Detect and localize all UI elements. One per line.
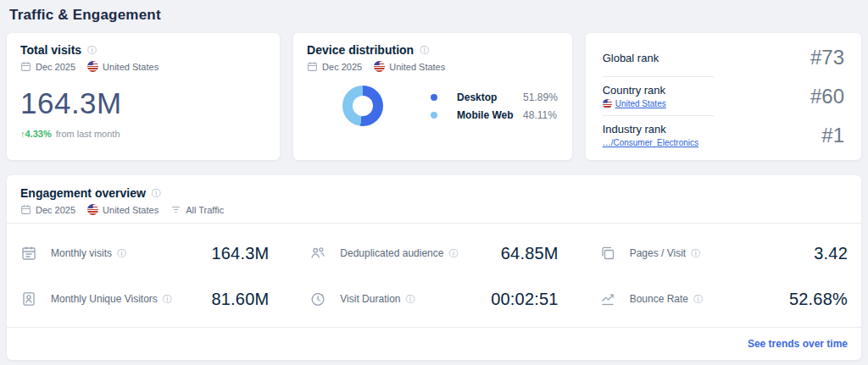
date-label: Dec 2025: [36, 205, 75, 215]
country-label: United States: [389, 62, 445, 72]
metric-monthly-unique-visitors: Monthly Unique Visitors ⓘ 81.60M: [20, 290, 269, 309]
engagement-overview-title: Engagement overview: [20, 186, 146, 200]
device-donut-chart: [342, 86, 383, 126]
calendar-icon: [20, 61, 31, 72]
calendar-icon: [20, 245, 37, 262]
legend-item-desktop: Desktop 51.89%: [431, 91, 558, 103]
total-visits-title: Total visits: [20, 43, 81, 57]
metric-value: 81.60M: [211, 290, 269, 309]
total-visits-value: 164.3M: [20, 86, 266, 120]
mobile-web-dot-icon: [431, 112, 437, 119]
device-legend: Desktop 51.89% Mobile Web 48.11%: [431, 91, 558, 121]
info-icon[interactable]: ⓘ: [420, 46, 429, 55]
us-flag-icon: [374, 61, 385, 72]
us-flag-icon: [603, 99, 612, 108]
info-icon[interactable]: ⓘ: [693, 295, 703, 304]
industry-rank-link[interactable]: …/Consumer_Electronics: [603, 138, 698, 147]
metrics-grid: Monthly visits ⓘ 164.3M Deduplicated aud…: [7, 224, 861, 327]
industry-rank-row: Industry rank …/Consumer_Electronics #1: [603, 119, 844, 152]
metric-bounce-rate: Bounce Rate ⓘ 52.68%: [599, 290, 848, 309]
info-icon[interactable]: ⓘ: [87, 46, 97, 55]
industry-rank-label: Industry rank: [603, 123, 698, 135]
info-icon[interactable]: ⓘ: [163, 295, 172, 304]
summary-cards-row: Total visits ⓘ Dec 2025 United States 16…: [7, 33, 861, 160]
metric-value: 64.85M: [501, 244, 559, 263]
metric-value: 3.42: [814, 244, 848, 263]
info-icon[interactable]: ⓘ: [117, 249, 126, 258]
info-icon[interactable]: ⓘ: [405, 295, 415, 304]
divider: [603, 115, 714, 116]
change-note: from last month: [56, 129, 120, 139]
country-rank-row: Country rank United States #60: [603, 80, 844, 113]
info-icon[interactable]: ⓘ: [691, 249, 700, 258]
rank-card: Global rank #73 Country rank United Stat…: [586, 33, 861, 160]
info-icon[interactable]: ⓘ: [152, 189, 161, 198]
device-distribution-title: Device distribution: [307, 43, 414, 57]
info-icon[interactable]: ⓘ: [448, 249, 458, 258]
total-visits-card: Total visits ⓘ Dec 2025 United States 16…: [7, 33, 280, 160]
device-distribution-card: Device distribution ⓘ Dec 2025 United St…: [293, 33, 572, 160]
see-trends-link[interactable]: See trends over time: [748, 338, 848, 350]
engagement-overview-card: Engagement overview ⓘ Dec 2025 United St…: [7, 175, 861, 360]
desktop-dot-icon: [431, 94, 437, 101]
id-card-icon: [20, 290, 37, 307]
date-label: Dec 2025: [322, 62, 362, 72]
traffic-engagement-page: Traffic & Engagement Total visits ⓘ Dec …: [0, 0, 868, 365]
date-label: Dec 2025: [36, 62, 75, 72]
calendar-icon: [20, 204, 31, 215]
metric-value: 00:02:51: [491, 290, 558, 309]
change-indicator: ↑4.33%: [20, 129, 52, 139]
clock-icon: [309, 290, 326, 307]
calendar-icon: [307, 61, 318, 72]
country-label: United States: [103, 62, 159, 72]
country-rank-label: Country rank: [603, 84, 666, 97]
metric-value: 164.3M: [211, 244, 269, 263]
traffic-filter-label: All Traffic: [186, 205, 224, 215]
metric-deduplicated-audience: Deduplicated audience ⓘ 64.85M: [309, 244, 558, 263]
us-flag-icon: [87, 204, 98, 215]
audience-icon: [309, 245, 326, 262]
country-label: United States: [103, 205, 159, 215]
us-flag-icon: [87, 61, 98, 72]
metric-monthly-visits: Monthly visits ⓘ 164.3M: [20, 244, 269, 263]
global-rank-value: #73: [810, 46, 844, 69]
global-rank-label: Global rank: [603, 52, 659, 64]
legend-item-mobile-web: Mobile Web 48.11%: [431, 109, 558, 121]
traffic-filter-icon: [170, 204, 181, 215]
country-rank-value: #60: [810, 85, 844, 108]
divider: [603, 76, 714, 77]
metric-value: 52.68%: [789, 290, 848, 309]
country-rank-link[interactable]: United States: [615, 99, 666, 108]
bounce-icon: [599, 290, 616, 307]
page-title: Traffic & Engagement: [9, 7, 861, 24]
metric-pages-per-visit: Pages / Visit ⓘ 3.42: [599, 244, 848, 263]
metric-visit-duration: Visit Duration ⓘ 00:02:51: [309, 290, 558, 309]
global-rank-row: Global rank #73: [603, 41, 844, 74]
pages-icon: [599, 245, 616, 262]
industry-rank-value: #1: [821, 124, 844, 147]
